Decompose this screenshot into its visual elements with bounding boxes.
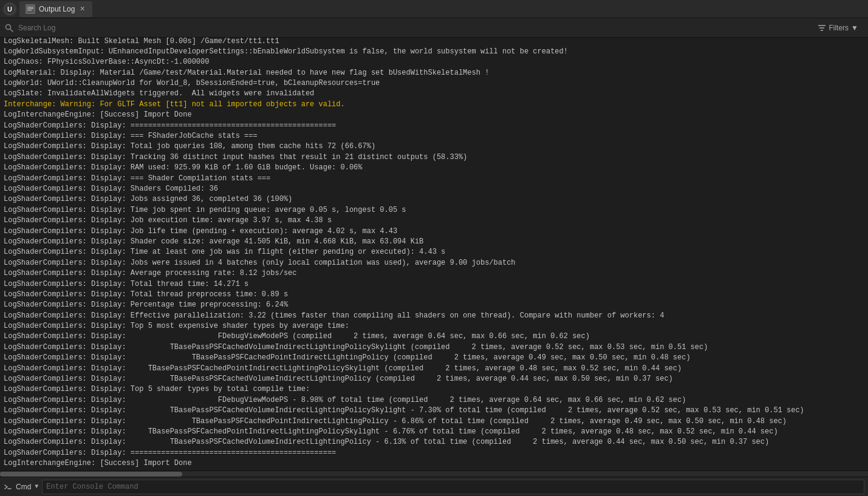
log-line: LogShaderCompilers: Display: TBasePassPS…: [2, 427, 866, 437]
log-line: LogWorldSubsystemInput: UEnhancedInputDe…: [2, 47, 866, 57]
tab-label: Output Log: [39, 5, 75, 13]
cmd-label: Cmd: [16, 483, 31, 491]
title-bar: U Output Log ×: [0, 0, 868, 18]
log-line: LogShaderCompilers: Display: Jobs assign…: [2, 194, 866, 205]
log-line: LogShaderCompilers: Display: === FShader…: [2, 131, 866, 141]
log-line: LogShaderCompilers: Display: RAM used: 9…: [2, 163, 866, 173]
log-line: LogInterchangeEngine: [Success] Import D…: [2, 110, 866, 120]
output-log-tab[interactable]: Output Log ×: [19, 1, 92, 17]
log-line: LogShaderCompilers: Display: TBasePassPS…: [2, 374, 866, 384]
tab-icon: [26, 4, 35, 14]
log-line: LogSkeletalMesh: Built Skeletal Mesh [0.…: [2, 38, 866, 47]
log-line: LogShaderCompilers: Display: Percentage …: [2, 300, 866, 310]
log-line: LogShaderCompilers: Display: TBasePassPS…: [2, 406, 866, 416]
log-line: LogShaderCompilers: Display: Job life ti…: [2, 226, 866, 237]
log-line: LogWorld: UWorld::CleanupWorld for World…: [2, 78, 866, 89]
filters-label: Filters: [829, 24, 849, 32]
filters-dropdown-icon: ▼: [851, 24, 858, 32]
log-line: Interchange: Warning: For GLTF Asset [tt…: [2, 100, 866, 110]
log-line: LogShaderCompilers: Display: Top 5 shade…: [2, 384, 866, 395]
log-line: LogShaderCompilers: Display: Average pro…: [2, 268, 866, 279]
toolbar: Filters ▼: [0, 18, 868, 38]
svg-rect-5: [27, 10, 32, 11]
log-line: LogShaderCompilers: Display: Tracking 36…: [2, 152, 866, 163]
log-line: LogShaderCompilers: Display: TBasePassPS…: [2, 437, 866, 447]
log-line: LogShaderCompilers: Display: ===========…: [2, 448, 866, 458]
log-line: LogShaderCompilers: Display: TBasePassPS…: [2, 364, 866, 374]
log-line: LogShaderCompilers: Display: Jobs were i…: [2, 258, 866, 268]
log-line: LogShaderCompilers: Display: TBasePassPS…: [2, 416, 866, 427]
log-line: LogShaderCompilers: Display: Total threa…: [2, 290, 866, 300]
log-line: LogShaderCompilers: Display: FDebugViewM…: [2, 395, 866, 406]
log-line: LogShaderCompilers: Display: TBasePassPS…: [2, 342, 866, 353]
log-line: LogShaderCompilers: Display: Total job q…: [2, 141, 866, 152]
log-line: LogShaderCompilers: Display: Top 5 most …: [2, 321, 866, 331]
cmd-icon: [4, 483, 12, 491]
search-icon: [5, 24, 13, 32]
log-line: LogSlate: InvalidateAllWidgets triggered…: [2, 89, 866, 99]
svg-text:U: U: [7, 5, 12, 13]
svg-line-7: [10, 29, 13, 32]
search-input[interactable]: [18, 24, 808, 32]
filters-button[interactable]: Filters ▼: [813, 21, 863, 35]
log-line: LogShaderCompilers: Display: Shaders Com…: [2, 184, 866, 194]
horizontal-scrollbar[interactable]: [0, 471, 868, 477]
log-line: LogShaderCompilers: Display: Time at lea…: [2, 247, 866, 257]
svg-rect-3: [27, 7, 33, 8]
log-line: LogShaderCompilers: Display: TBasePassPS…: [2, 353, 866, 363]
scrollbar-thumb[interactable]: [0, 472, 182, 477]
bottom-bar: Cmd ▼: [0, 477, 868, 496]
log-line: LogMaterial: Display: Material /Game/tes…: [2, 68, 866, 78]
log-line: LogShaderCompilers: Display: Shader code…: [2, 237, 866, 247]
log-area[interactable]: Cmd: 1Cmd: 1Cmd: 1Cmd: 1LogSlate: Window…: [0, 38, 868, 471]
log-line: LogShaderCompilers: Display: ===========…: [2, 121, 866, 131]
cmd-dropdown-icon[interactable]: ▼: [35, 483, 38, 490]
log-line: LogShaderCompilers: Display: Time job sp…: [2, 205, 866, 216]
console-command-input[interactable]: [42, 480, 864, 494]
log-line: LogInterchangeEngine: [Success] Import D…: [2, 458, 866, 469]
svg-rect-4: [27, 8, 33, 9]
log-line: LogShaderCompilers: Display: Job executi…: [2, 216, 866, 226]
log-line: LogShaderCompilers: Display: Effective p…: [2, 311, 866, 321]
ue-logo: U: [2, 2, 17, 16]
log-line: LogShaderCompilers: Display: Total threa…: [2, 279, 866, 290]
log-line: LogShaderCompilers: Display: === Shader …: [2, 174, 866, 184]
log-line: LogChaos: FPhysicsSolverBase::AsyncDt:-1…: [2, 57, 866, 67]
tab-close-button[interactable]: ×: [78, 4, 86, 14]
log-line: LogShaderCompilers: Display: FDebugViewM…: [2, 331, 866, 342]
